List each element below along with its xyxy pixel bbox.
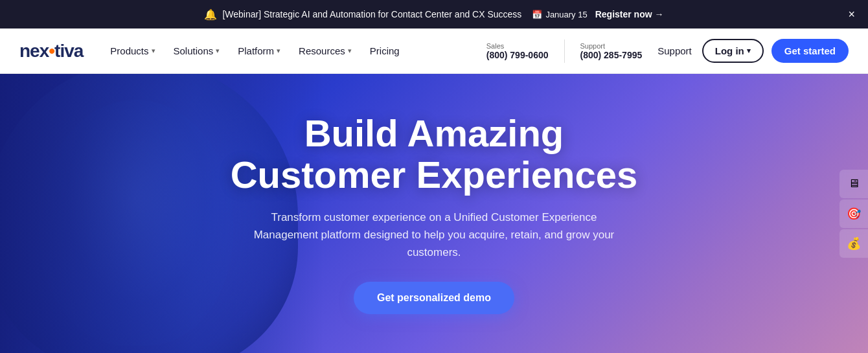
nav-resources-label: Resources xyxy=(299,45,345,56)
login-label: Log in xyxy=(715,45,744,56)
register-link[interactable]: Register now → xyxy=(595,9,664,19)
nav-item-pricing[interactable]: Pricing xyxy=(362,40,407,62)
hero-subtitle: Transform customer experience on a Unifi… xyxy=(246,209,622,262)
close-button[interactable]: × xyxy=(848,8,855,21)
calendar-icon: 📅 xyxy=(532,10,542,19)
hero-section: Build Amazing Customer Experiences Trans… xyxy=(0,74,868,353)
announcement-text: [Webinar] Strategic AI and Automation fo… xyxy=(222,9,521,19)
nav-solutions-label: Solutions xyxy=(174,45,214,56)
announcement-bar: 🔔 [Webinar] Strategic AI and Automation … xyxy=(0,0,868,28)
date-text: January 15 xyxy=(545,10,587,19)
support-link[interactable]: Support xyxy=(655,40,694,62)
sales-number: (800) 799-0600 xyxy=(486,50,549,60)
nav-item-products[interactable]: Products ▾ xyxy=(102,40,163,62)
chevron-down-icon: ▾ xyxy=(216,47,220,55)
nav-item-resources[interactable]: Resources ▾ xyxy=(291,40,360,62)
nav-links: Products ▾ Solutions ▾ Platform ▾ Resour… xyxy=(102,40,486,62)
register-arrow: → xyxy=(655,9,664,19)
sales-phone: Sales (800) 799-0600 xyxy=(486,42,549,60)
hero-title-line1: Build Amazing xyxy=(304,112,564,154)
chevron-down-icon: ▾ xyxy=(152,47,155,55)
login-chevron-icon: ▾ xyxy=(747,47,751,55)
chevron-down-icon: ▾ xyxy=(348,47,352,55)
side-widget-target[interactable]: 🎯 xyxy=(839,199,868,228)
logo-text: nex•tiva xyxy=(19,41,83,62)
logo[interactable]: nex•tiva xyxy=(19,41,83,62)
date-badge: 📅 January 15 xyxy=(532,10,587,19)
logo-nex: nex xyxy=(19,41,49,61)
nav-products-label: Products xyxy=(110,45,148,56)
hero-cta-button[interactable]: Get personalized demo xyxy=(354,282,514,314)
register-text: Register now xyxy=(595,9,652,19)
chevron-down-icon: ▾ xyxy=(277,47,280,55)
login-button[interactable]: Log in ▾ xyxy=(702,39,764,63)
phone-divider xyxy=(564,40,565,63)
logo-tiva: tiva xyxy=(54,41,83,61)
nav-platform-label: Platform xyxy=(238,45,274,56)
logo-dot: • xyxy=(49,41,54,61)
support-phone: Support (800) 285-7995 xyxy=(580,42,643,60)
support-number: (800) 285-7995 xyxy=(580,50,643,60)
nav-right: Sales (800) 799-0600 Support (800) 285-7… xyxy=(486,39,849,63)
nav-item-platform[interactable]: Platform ▾ xyxy=(230,40,288,62)
navbar: nex•tiva Products ▾ Solutions ▾ Platform… xyxy=(0,28,868,74)
nav-item-solutions[interactable]: Solutions ▾ xyxy=(166,40,228,62)
side-widget-screen[interactable]: 🖥 xyxy=(839,170,868,198)
bell-icon: 🔔 xyxy=(204,8,217,21)
hero-content: Build Amazing Customer Experiences Trans… xyxy=(218,113,651,314)
get-started-button[interactable]: Get started xyxy=(771,39,849,63)
phone-group: Sales (800) 799-0600 Support (800) 285-7… xyxy=(486,40,643,63)
side-widget-dollar[interactable]: 💰 xyxy=(839,229,868,258)
nav-pricing-label: Pricing xyxy=(370,45,400,56)
hero-title: Build Amazing Customer Experiences xyxy=(231,113,638,196)
support-phone-label: Support xyxy=(580,42,643,50)
sales-label: Sales xyxy=(486,42,549,50)
hero-title-line2: Customer Experiences xyxy=(231,154,638,196)
side-widgets: 🖥 🎯 💰 xyxy=(839,170,868,258)
